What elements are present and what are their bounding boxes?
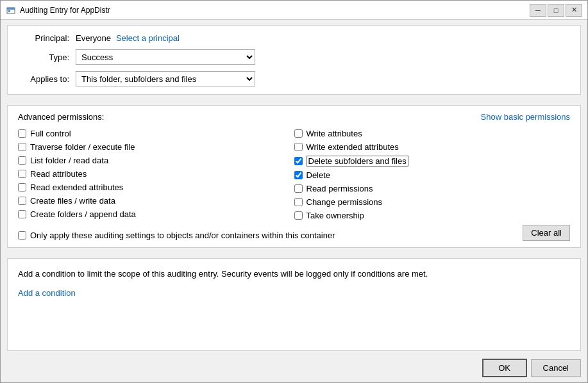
- permissions-grid: Full control Traverse folder / execute f…: [18, 128, 570, 221]
- change-permissions-checkbox[interactable]: [294, 198, 303, 206]
- left-permissions-col: Full control Traverse folder / execute f…: [18, 128, 294, 221]
- delete-label[interactable]: Delete: [307, 170, 331, 180]
- applies-to-row: Applies to: This folder, subfolders and …: [18, 71, 570, 86]
- principal-name: Everyone: [76, 33, 111, 43]
- condition-text: Add a condition to limit the scope of th…: [18, 268, 570, 281]
- identity-section: Principal: Everyone Select a principal T…: [7, 25, 581, 95]
- add-condition-link[interactable]: Add a condition: [18, 288, 76, 298]
- select-principal-link[interactable]: Select a principal: [116, 33, 180, 43]
- perm-list-folder: List folder / read data: [18, 155, 294, 166]
- only-apply-row: Only apply these auditing settings to ob…: [18, 231, 335, 240]
- write-attributes-label[interactable]: Write attributes: [307, 129, 362, 138]
- window-title: Auditing Entry for AppDistr: [20, 6, 530, 15]
- traverse-folder-label[interactable]: Traverse folder / execute file: [30, 142, 135, 152]
- create-files-label[interactable]: Create files / write data: [30, 196, 115, 206]
- right-permissions-col: Write attributes Write extended attribut…: [294, 128, 571, 221]
- delete-checkbox[interactable]: [294, 171, 303, 179]
- delete-subfolders-checkbox[interactable]: [294, 157, 303, 165]
- permissions-title: Advanced permissions:: [18, 112, 104, 122]
- perm-create-files: Create files / write data: [18, 195, 294, 206]
- perm-read-permissions: Read permissions: [294, 183, 571, 194]
- full-control-checkbox[interactable]: [18, 129, 26, 138]
- read-attributes-label[interactable]: Read attributes: [30, 169, 87, 179]
- clear-all-button[interactable]: Clear all: [523, 225, 570, 241]
- principal-label: Principal:: [18, 33, 69, 43]
- permissions-header: Advanced permissions: Show basic permiss…: [18, 112, 570, 122]
- maximize-button[interactable]: □: [548, 4, 564, 17]
- principal-value-container: Everyone Select a principal: [76, 33, 180, 43]
- write-extended-attributes-checkbox[interactable]: [294, 143, 303, 151]
- take-ownership-checkbox[interactable]: [294, 211, 303, 220]
- full-control-label[interactable]: Full control: [30, 129, 71, 138]
- ok-button[interactable]: OK: [482, 359, 527, 377]
- read-extended-attributes-label[interactable]: Read extended attributes: [30, 183, 123, 192]
- type-row: Type: Success Fail All: [18, 49, 570, 65]
- perm-full-control: Full control: [18, 128, 294, 139]
- show-basic-link[interactable]: Show basic permissions: [481, 112, 570, 122]
- minimize-button[interactable]: ─: [530, 4, 546, 17]
- svg-rect-2: [8, 10, 10, 12]
- window-controls: ─ □ ✕: [530, 4, 582, 17]
- change-permissions-label[interactable]: Change permissions: [307, 197, 383, 207]
- list-folder-checkbox[interactable]: [18, 156, 26, 165]
- perm-create-folders: Create folders / append data: [18, 209, 294, 220]
- only-apply-checkbox[interactable]: [18, 231, 26, 240]
- perm-traverse-folder: Traverse folder / execute file: [18, 142, 294, 152]
- permissions-section: Advanced permissions: Show basic permiss…: [7, 105, 581, 248]
- close-button[interactable]: ✕: [566, 4, 582, 17]
- principal-row: Principal: Everyone Select a principal: [18, 33, 570, 43]
- applies-to-label: Applies to:: [18, 74, 69, 84]
- list-folder-label[interactable]: List folder / read data: [30, 156, 108, 165]
- read-permissions-label[interactable]: Read permissions: [307, 184, 373, 193]
- type-label: Type:: [18, 53, 69, 62]
- write-attributes-checkbox[interactable]: [294, 129, 303, 138]
- perm-change-permissions: Change permissions: [294, 197, 571, 208]
- only-apply-label[interactable]: Only apply these auditing settings to ob…: [30, 231, 335, 240]
- condition-section: Add a condition to limit the scope of th…: [7, 258, 581, 351]
- perm-read-attributes: Read attributes: [18, 168, 294, 179]
- create-files-checkbox[interactable]: [18, 197, 26, 205]
- write-extended-attributes-label[interactable]: Write extended attributes: [307, 142, 399, 152]
- perm-take-ownership: Take ownership: [294, 210, 571, 221]
- perm-read-extended-attributes: Read extended attributes: [18, 182, 294, 193]
- main-window: Auditing Entry for AppDistr ─ □ ✕ Princi…: [0, 0, 588, 383]
- window-icon: [6, 5, 16, 15]
- create-folders-label[interactable]: Create folders / append data: [30, 209, 136, 219]
- footer-buttons: OK Cancel: [1, 355, 587, 382]
- traverse-folder-checkbox[interactable]: [18, 143, 26, 151]
- svg-rect-1: [7, 8, 15, 10]
- delete-subfolders-label[interactable]: Delete subfolders and files: [307, 156, 408, 167]
- cancel-button[interactable]: Cancel: [531, 359, 581, 377]
- perm-write-extended-attributes: Write extended attributes: [294, 142, 571, 152]
- bottom-actions-row: Only apply these auditing settings to ob…: [18, 225, 570, 241]
- take-ownership-label[interactable]: Take ownership: [307, 211, 364, 220]
- read-permissions-checkbox[interactable]: [294, 184, 303, 193]
- perm-delete-subfolders: Delete subfolders and files: [294, 155, 571, 167]
- applies-to-dropdown[interactable]: This folder, subfolders and files This f…: [76, 71, 255, 86]
- title-bar: Auditing Entry for AppDistr ─ □ ✕: [1, 1, 587, 20]
- read-attributes-checkbox[interactable]: [18, 170, 26, 178]
- type-dropdown[interactable]: Success Fail All: [76, 49, 255, 65]
- perm-write-attributes: Write attributes: [294, 128, 571, 139]
- perm-delete: Delete: [294, 170, 571, 181]
- create-folders-checkbox[interactable]: [18, 210, 26, 218]
- read-extended-attributes-checkbox[interactable]: [18, 183, 26, 192]
- window-content: Principal: Everyone Select a principal T…: [1, 20, 587, 382]
